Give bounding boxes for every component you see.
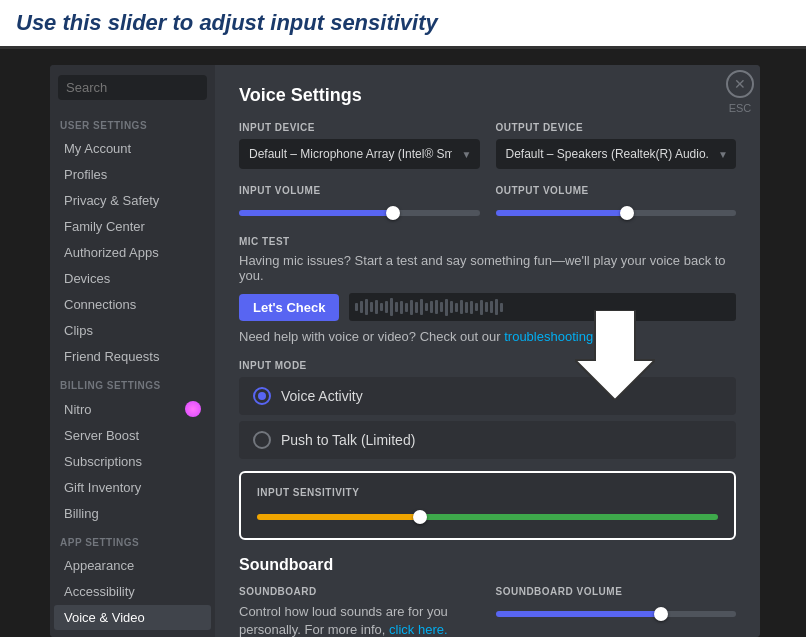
- voice-activity-option[interactable]: Voice Activity: [239, 377, 736, 415]
- sensitivity-slider[interactable]: [257, 514, 718, 520]
- sidebar-item-chat[interactable]: Chat: [54, 631, 211, 637]
- sensitivity-box: Input Sensitivity: [239, 471, 736, 540]
- waveform-bar: [480, 300, 483, 315]
- sidebar-item-subscriptions[interactable]: Subscriptions: [54, 449, 211, 474]
- soundboard-section: Soundboard Soundboard Control how loud s…: [239, 556, 736, 637]
- soundboard-title: Soundboard: [239, 556, 736, 574]
- output-device-label: Output Device: [496, 122, 737, 133]
- troubleshoot-text: Need help with voice or video? Check out…: [239, 329, 736, 344]
- input-volume-col: Input Volume: [239, 185, 480, 220]
- waveform-bar: [385, 301, 388, 313]
- waveform-bar: [365, 299, 368, 315]
- push-to-talk-radio[interactable]: [253, 431, 271, 449]
- user-settings-label: User Settings: [50, 110, 215, 135]
- output-device-select[interactable]: Default – Speakers (Realtek(R) Audio...: [496, 139, 737, 169]
- sidebar-item-voice-video[interactable]: Voice & Video: [54, 605, 211, 630]
- sidebar-item-billing[interactable]: Billing: [54, 501, 211, 526]
- sidebar-item-authorized-apps[interactable]: Authorized Apps: [54, 240, 211, 265]
- sidebar-item-connections[interactable]: Connections: [54, 292, 211, 317]
- voice-activity-label: Voice Activity: [281, 388, 363, 404]
- search-input[interactable]: [66, 80, 215, 95]
- input-volume-slider[interactable]: [239, 210, 480, 216]
- input-volume-label: Input Volume: [239, 185, 480, 196]
- waveform-bar: [355, 303, 358, 311]
- output-volume-col: Output Volume: [496, 185, 737, 220]
- input-sensitivity-label: Input Sensitivity: [257, 487, 718, 498]
- waveform-bar: [390, 298, 393, 316]
- esc-label: ESC: [729, 102, 752, 114]
- waveform-bar: [420, 299, 423, 315]
- sidebar-item-server-boost[interactable]: Server Boost: [54, 423, 211, 448]
- waveform-bar: [460, 300, 463, 314]
- waveform-bar: [485, 302, 488, 312]
- waveform-bar: [465, 302, 468, 313]
- push-to-talk-label: Push to Talk (Limited): [281, 432, 415, 448]
- waveform-bar: [430, 301, 433, 313]
- waveform-bar: [425, 303, 428, 311]
- input-device-select[interactable]: Default – Microphone Array (Intel® Smart…: [239, 139, 480, 169]
- waveform-bar: [415, 302, 418, 313]
- volume-row: Input Volume Output Volume: [239, 185, 736, 220]
- mic-test-label: Mic Test: [239, 236, 736, 247]
- waveform-bar: [440, 302, 443, 312]
- soundboard-label: Soundboard: [239, 586, 480, 597]
- mic-test-row: Let's Check: [239, 293, 736, 321]
- input-mode-label: Input Mode: [239, 360, 736, 371]
- tooltip-text: Use this slider to adjust input sensitiv…: [16, 10, 438, 35]
- waveform-bar: [370, 302, 373, 312]
- waveform-bar: [400, 301, 403, 314]
- waveform-bar: [360, 301, 363, 313]
- settings-window: 🔍 User Settings My Account Profiles Priv…: [50, 65, 760, 637]
- sidebar-item-clips[interactable]: Clips: [54, 318, 211, 343]
- sidebar-item-privacy-safety[interactable]: Privacy & Safety: [54, 188, 211, 213]
- waveform-bar: [435, 300, 438, 314]
- sidebar-item-accessibility[interactable]: Accessibility: [54, 579, 211, 604]
- input-device-col: Input Device Default – Microphone Array …: [239, 122, 480, 169]
- sidebar-item-devices[interactable]: Devices: [54, 266, 211, 291]
- mic-test-description: Having mic issues? Start a test and say …: [239, 253, 736, 283]
- waveform-bar: [455, 303, 458, 312]
- mic-test-section: Mic Test Having mic issues? Start a test…: [239, 236, 736, 344]
- waveform-bar: [445, 299, 448, 316]
- soundboard-volume-slider[interactable]: [496, 611, 737, 617]
- waveform-bar: [375, 300, 378, 314]
- search-box[interactable]: 🔍: [58, 75, 207, 100]
- output-device-wrapper[interactable]: Default – Speakers (Realtek(R) Audio...: [496, 139, 737, 169]
- sidebar-item-family-center[interactable]: Family Center: [54, 214, 211, 239]
- waveform-bar: [490, 301, 493, 313]
- waveform-bar: [495, 299, 498, 315]
- soundboard-link[interactable]: click here.: [389, 622, 448, 637]
- voice-activity-radio[interactable]: [253, 387, 271, 405]
- waveform-bar: [405, 303, 408, 312]
- output-volume-slider[interactable]: [496, 210, 737, 216]
- sidebar-item-friend-requests[interactable]: Friend Requests: [54, 344, 211, 369]
- sidebar-item-profiles[interactable]: Profiles: [54, 162, 211, 187]
- sidebar-item-my-account[interactable]: My Account: [54, 136, 211, 161]
- soundboard-row: Soundboard Control how loud sounds are f…: [239, 586, 736, 637]
- input-device-wrapper[interactable]: Default – Microphone Array (Intel® Smart…: [239, 139, 480, 169]
- input-device-label: Input Device: [239, 122, 480, 133]
- radio-dot: [258, 392, 266, 400]
- troubleshoot-link[interactable]: troubleshooting guide.: [504, 329, 632, 344]
- esc-button[interactable]: ✕: [726, 70, 754, 98]
- sidebar-item-nitro[interactable]: Nitro: [54, 396, 211, 422]
- waveform-bar: [410, 300, 413, 315]
- soundboard-desc-col: Soundboard Control how loud sounds are f…: [239, 586, 480, 637]
- billing-settings-label: Billing Settings: [50, 370, 215, 395]
- sidebar: 🔍 User Settings My Account Profiles Priv…: [50, 65, 215, 637]
- lets-check-button[interactable]: Let's Check: [239, 294, 339, 321]
- output-volume-label: Output Volume: [496, 185, 737, 196]
- waveform-bar: [395, 302, 398, 312]
- push-to-talk-option[interactable]: Push to Talk (Limited): [239, 421, 736, 459]
- sidebar-item-gift-inventory[interactable]: Gift Inventory: [54, 475, 211, 500]
- soundboard-volume-label: Soundboard Volume: [496, 586, 737, 597]
- output-device-col: Output Device Default – Speakers (Realte…: [496, 122, 737, 169]
- page-title: Voice Settings: [239, 85, 736, 106]
- waveform-bar: [470, 301, 473, 314]
- waveform-bar: [500, 303, 503, 312]
- waveform-bar: [450, 301, 453, 313]
- device-row: Input Device Default – Microphone Array …: [239, 122, 736, 169]
- soundboard-volume-col: Soundboard Volume: [496, 586, 737, 621]
- input-mode-section: Input Mode Voice Activity Push to Talk (…: [239, 360, 736, 459]
- sidebar-item-appearance[interactable]: Appearance: [54, 553, 211, 578]
